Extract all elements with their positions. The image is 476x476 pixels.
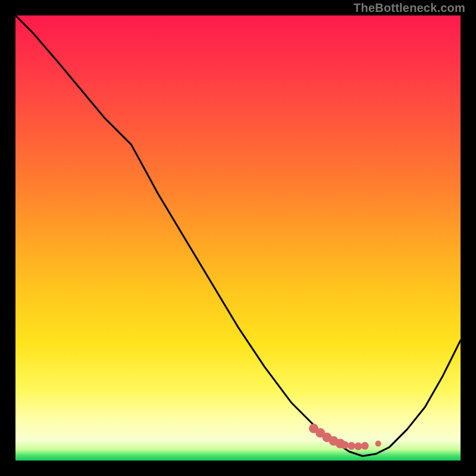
highlight-marker: [355, 443, 362, 450]
chart-frame: [15, 15, 461, 461]
highlight-marker: [375, 441, 381, 447]
highlight-marker: [361, 442, 369, 450]
bottleneck-chart: [15, 15, 461, 461]
highlight-marker: [341, 441, 349, 449]
gradient-background: [15, 15, 461, 461]
watermark-text: TheBottleneck.com: [353, 1, 465, 15]
highlight-marker: [347, 442, 355, 450]
